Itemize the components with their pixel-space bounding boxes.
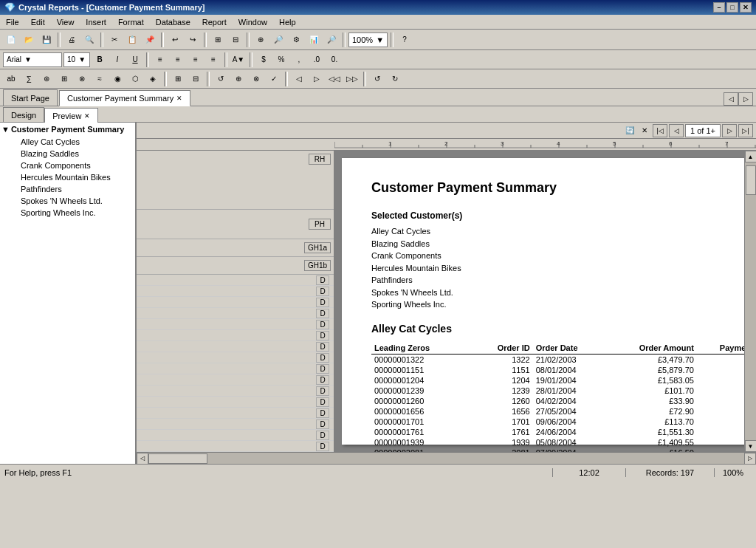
special-btn-17[interactable]: ▷ xyxy=(309,71,325,87)
preview-close-icon[interactable]: ✕ xyxy=(84,112,90,120)
underline-button[interactable]: U xyxy=(127,52,143,68)
tree-item-alley-cat[interactable]: Alley Cat Cycles xyxy=(0,136,135,148)
h-scroll-left-button[interactable]: ◁ xyxy=(137,453,148,465)
align-center-button[interactable]: ≡ xyxy=(170,52,186,68)
undo-button[interactable]: ↩ xyxy=(167,32,183,48)
comma-button[interactable]: , xyxy=(291,52,307,68)
paste-button[interactable]: 📌 xyxy=(142,32,158,48)
special-btn-7[interactable]: ◉ xyxy=(109,71,126,87)
menu-edit[interactable]: Edit xyxy=(25,15,51,29)
menu-file[interactable]: File xyxy=(0,15,25,29)
special-btn-16[interactable]: ◁ xyxy=(291,71,307,87)
zoom-dropdown[interactable]: 100% ▼ xyxy=(348,32,388,47)
close-button[interactable]: ✕ xyxy=(740,2,752,13)
special-btn-18[interactable]: ◁◁ xyxy=(326,71,343,87)
special-btn-1[interactable]: ab xyxy=(3,71,19,87)
currency-button[interactable]: $ xyxy=(255,52,272,68)
open-button[interactable]: 📂 xyxy=(21,32,37,48)
italic-button[interactable]: I xyxy=(109,52,126,68)
tab-start-page[interactable]: Start Page xyxy=(3,89,58,106)
special-btn-14[interactable]: ⊗ xyxy=(248,71,264,87)
toolbar-btn-11[interactable]: 🔎 xyxy=(323,32,340,48)
special-btn-11[interactable]: ⊟ xyxy=(188,71,204,87)
align-right-button[interactable]: ≡ xyxy=(188,52,204,68)
toolbar-btn-9[interactable]: ⚙ xyxy=(288,32,304,48)
toolbar-btn-7[interactable]: ⊕ xyxy=(252,32,269,48)
print-preview-button[interactable]: 🔍 xyxy=(81,32,97,48)
scroll-down-button[interactable]: ▼ xyxy=(745,440,757,452)
scroll-thumb[interactable] xyxy=(746,165,756,195)
menu-report[interactable]: Report xyxy=(196,15,233,29)
scroll-track[interactable] xyxy=(745,162,757,440)
tab-report[interactable]: Customer Payment Summary ✕ xyxy=(59,90,190,106)
align-left-button[interactable]: ≡ xyxy=(152,52,168,68)
special-btn-4[interactable]: ⊞ xyxy=(56,71,72,87)
toolbar-btn-5[interactable]: ⊞ xyxy=(210,32,226,48)
special-btn-2[interactable]: ∑ xyxy=(21,71,37,87)
tree-item-blazing-saddles[interactable]: Blazing Saddles xyxy=(0,148,135,160)
minimize-button[interactable]: – xyxy=(713,2,725,13)
new-button[interactable]: 📄 xyxy=(3,32,19,48)
menu-format[interactable]: Format xyxy=(112,15,150,29)
special-btn-12[interactable]: ↺ xyxy=(213,71,229,87)
scroll-up-button[interactable]: ▲ xyxy=(745,151,757,162)
tree-item-crank[interactable]: Crank Components xyxy=(0,160,135,171)
tree-item-spokes[interactable]: Spokes 'N Wheels Ltd. xyxy=(0,195,135,207)
menu-database[interactable]: Database xyxy=(150,15,196,29)
special-btn-8[interactable]: ⬡ xyxy=(127,71,143,87)
toolbar-btn-10[interactable]: 📊 xyxy=(306,32,322,48)
special-btn-3[interactable]: ⊛ xyxy=(38,71,55,87)
maximize-button[interactable]: □ xyxy=(726,2,738,13)
tab-design[interactable]: Design xyxy=(3,107,44,122)
font-size-dropdown[interactable]: 10▼ xyxy=(63,52,90,67)
special-btn-13[interactable]: ⊕ xyxy=(230,71,247,87)
increase-decimal[interactable]: .0 xyxy=(309,52,325,68)
font-dropdown2[interactable]: A▼ xyxy=(230,52,247,68)
stop-button[interactable]: ✕ xyxy=(638,124,651,137)
tree-item-pathfinders[interactable]: Pathfinders xyxy=(0,183,135,195)
cut-button[interactable]: ✂ xyxy=(106,32,123,48)
special-btn-15[interactable]: ✓ xyxy=(266,71,282,87)
align-justify-button[interactable]: ≡ xyxy=(205,52,221,68)
special-btn-20[interactable]: ↺ xyxy=(369,71,385,87)
help-button[interactable]: ? xyxy=(396,32,413,48)
special-btn-10[interactable]: ⊞ xyxy=(170,71,186,87)
report-scroll-area[interactable]: Customer Payment Summary Selected Custom… xyxy=(334,151,744,452)
bold-button[interactable]: B xyxy=(92,52,108,68)
copy-button[interactable]: 📋 xyxy=(124,32,140,48)
h-scroll-track[interactable] xyxy=(148,453,744,465)
refresh-button[interactable]: 🔄 xyxy=(623,124,636,137)
tree-item-sporting[interactable]: Sporting Wheels Inc. xyxy=(0,207,135,219)
next-page-button[interactable]: ▷ xyxy=(722,124,737,137)
vertical-scrollbar[interactable]: ▲ ▼ xyxy=(744,151,756,452)
print-button[interactable]: 🖨 xyxy=(63,32,80,48)
menu-view[interactable]: View xyxy=(51,15,80,29)
toolbar-btn-6[interactable]: ⊟ xyxy=(227,32,244,48)
redo-button[interactable]: ↪ xyxy=(185,32,201,48)
menu-window[interactable]: Window xyxy=(233,15,273,29)
tab-close-icon[interactable]: ✕ xyxy=(176,95,182,102)
special-btn-21[interactable]: ↻ xyxy=(387,71,403,87)
special-btn-6[interactable]: ≈ xyxy=(92,71,108,87)
first-page-button[interactable]: |◁ xyxy=(653,124,667,137)
tree-item-hercules[interactable]: Hercules Mountain Bikes xyxy=(0,171,135,183)
h-scroll-thumb[interactable] xyxy=(148,453,207,464)
special-btn-19[interactable]: ▷▷ xyxy=(344,71,360,87)
prev-page-button[interactable]: ◁ xyxy=(669,124,684,137)
h-scroll-right-button[interactable]: ▷ xyxy=(744,453,756,465)
font-name-dropdown[interactable]: Arial▼ xyxy=(3,52,62,67)
sep-s3 xyxy=(285,72,288,86)
percent-button[interactable]: % xyxy=(273,52,289,68)
toolbar-btn-8[interactable]: 🔎 xyxy=(270,32,286,48)
tab-scroll-right[interactable]: ▷ xyxy=(738,92,753,106)
save-button[interactable]: 💾 xyxy=(38,32,55,48)
last-page-button[interactable]: ▷| xyxy=(738,124,753,137)
tab-scroll-left[interactable]: ◁ xyxy=(724,92,738,106)
tree-root[interactable]: ▼ Customer Payment Summary xyxy=(0,123,135,136)
decrease-decimal[interactable]: 0. xyxy=(326,52,343,68)
menu-help[interactable]: Help xyxy=(273,15,302,29)
tab-preview[interactable]: Preview ✕ xyxy=(44,108,98,123)
special-btn-5[interactable]: ⊗ xyxy=(74,71,90,87)
menu-insert[interactable]: Insert xyxy=(80,15,112,29)
special-btn-9[interactable]: ◈ xyxy=(145,71,161,87)
